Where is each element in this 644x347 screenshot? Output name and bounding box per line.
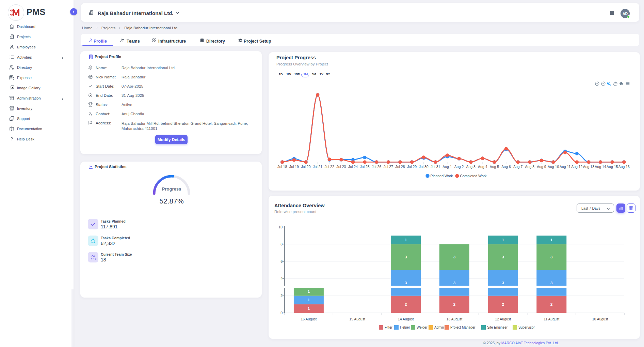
svg-text:2: 2 xyxy=(502,302,504,306)
svg-text:Project Manager: Project Manager xyxy=(450,326,476,329)
svg-text:2: 2 xyxy=(280,293,283,298)
svg-text:14 August: 14 August xyxy=(398,317,414,321)
svg-text:1: 1 xyxy=(308,306,310,311)
svg-text:1: 1 xyxy=(502,238,504,242)
svg-text:2: 2 xyxy=(453,302,455,306)
svg-text:6: 6 xyxy=(280,259,283,263)
svg-text:Site Engineer: Site Engineer xyxy=(487,326,508,329)
svg-text:3: 3 xyxy=(550,255,552,259)
svg-text:3: 3 xyxy=(405,281,407,285)
svg-text:3: 3 xyxy=(453,255,455,259)
svg-text:1: 1 xyxy=(550,238,553,242)
svg-text:13 August: 13 August xyxy=(447,317,463,321)
svg-text:10: 10 xyxy=(278,225,283,229)
svg-text:3: 3 xyxy=(502,255,504,259)
svg-text:Admin: Admin xyxy=(434,326,444,329)
svg-text:0: 0 xyxy=(280,311,283,315)
svg-text:1: 1 xyxy=(405,238,407,242)
svg-text:Fitter: Fitter xyxy=(385,326,392,329)
svg-text:8: 8 xyxy=(280,242,283,246)
svg-text:16 August: 16 August xyxy=(301,317,317,321)
svg-text:Welder: Welder xyxy=(417,326,428,329)
svg-text:Supervisor: Supervisor xyxy=(518,326,535,329)
svg-text:3: 3 xyxy=(453,281,455,285)
svg-text:11 August: 11 August xyxy=(544,317,559,321)
svg-text:3: 3 xyxy=(405,255,407,259)
svg-text:1: 1 xyxy=(308,289,310,293)
svg-text:15 August: 15 August xyxy=(349,317,365,321)
svg-text:1: 1 xyxy=(308,298,310,302)
svg-text:3: 3 xyxy=(502,281,504,285)
svg-text:Helper: Helper xyxy=(400,326,410,329)
svg-text:2: 2 xyxy=(405,302,407,306)
svg-text:3: 3 xyxy=(550,281,552,285)
svg-text:12 August: 12 August xyxy=(495,317,511,321)
svg-text:4: 4 xyxy=(280,276,283,281)
svg-text:10 August: 10 August xyxy=(592,317,608,321)
svg-text:2: 2 xyxy=(550,302,552,306)
